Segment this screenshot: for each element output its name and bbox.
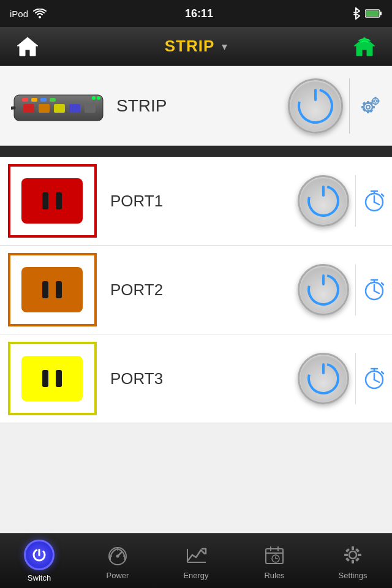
svg-rect-25 bbox=[362, 101, 366, 105]
nav-chevron: ▾ bbox=[222, 40, 227, 53]
svg-point-20 bbox=[366, 105, 370, 109]
tab-switch[interactable]: Switch bbox=[0, 533, 78, 589]
svg-rect-3 bbox=[366, 11, 379, 17]
svg-rect-31 bbox=[374, 97, 376, 99]
port3-timer-area[interactable] bbox=[355, 353, 392, 404]
port2-slot-right bbox=[56, 281, 62, 298]
svg-rect-34 bbox=[377, 100, 380, 102]
svg-rect-11 bbox=[50, 98, 56, 102]
tab-rules[interactable]: Rules bbox=[235, 533, 314, 589]
port1-timer-icon bbox=[362, 189, 386, 213]
svg-point-49 bbox=[349, 551, 356, 559]
svg-rect-44 bbox=[266, 549, 283, 564]
port1-icon-wrapper[interactable] bbox=[0, 158, 104, 244]
dark-separator bbox=[0, 146, 392, 157]
status-right bbox=[352, 7, 382, 20]
svg-rect-53 bbox=[358, 554, 361, 556]
port1-power-button[interactable] bbox=[298, 175, 349, 227]
port2-icon-wrapper[interactable] bbox=[0, 247, 104, 333]
svg-marker-4 bbox=[17, 37, 38, 56]
port1-slot-left bbox=[42, 192, 48, 209]
bluetooth-icon bbox=[352, 7, 360, 20]
tab-energy[interactable]: Energy bbox=[157, 533, 235, 589]
svg-rect-8 bbox=[22, 98, 28, 102]
svg-rect-52 bbox=[344, 554, 348, 556]
settings-tab-icon bbox=[340, 542, 366, 568]
home-left-icon bbox=[16, 36, 39, 57]
strip-name: STRIP bbox=[110, 96, 288, 116]
home-button-left[interactable] bbox=[12, 33, 43, 60]
home-right-icon bbox=[353, 36, 376, 57]
tab-power-label: Power bbox=[107, 571, 129, 580]
strip-image-area bbox=[6, 72, 110, 140]
port2-outlet bbox=[21, 267, 83, 312]
port3-slot-left bbox=[42, 370, 48, 387]
svg-rect-51 bbox=[352, 560, 354, 564]
port2-name: PORT2 bbox=[104, 281, 298, 300]
port1-slot-right bbox=[56, 192, 62, 209]
port3-power-button[interactable] bbox=[298, 353, 349, 404]
power-meter-icon bbox=[105, 543, 130, 567]
svg-rect-9 bbox=[31, 98, 37, 102]
port1-timer-area[interactable] bbox=[355, 175, 392, 227]
svg-rect-10 bbox=[40, 98, 47, 102]
wifi-icon bbox=[33, 9, 47, 18]
tab-settings[interactable]: Settings bbox=[314, 533, 392, 589]
strip-settings-area[interactable] bbox=[349, 78, 386, 134]
port1-name: PORT1 bbox=[104, 192, 298, 211]
tab-rules-label: Rules bbox=[264, 571, 284, 580]
svg-rect-15 bbox=[69, 104, 80, 113]
svg-marker-5 bbox=[354, 37, 375, 56]
port1-icon-box bbox=[8, 164, 97, 238]
svg-rect-50 bbox=[352, 546, 354, 550]
svg-rect-56 bbox=[345, 557, 350, 561]
nav-title: STRIP bbox=[165, 37, 215, 56]
svg-rect-39 bbox=[39, 549, 40, 556]
port2-power-button[interactable] bbox=[298, 264, 349, 315]
port2-timer-icon bbox=[362, 277, 386, 302]
svg-rect-23 bbox=[361, 106, 364, 108]
strip-row: STRIP bbox=[0, 66, 392, 146]
strip-power-button[interactable] bbox=[288, 78, 343, 134]
tab-switch-label: Switch bbox=[28, 573, 51, 582]
svg-rect-32 bbox=[374, 103, 376, 105]
svg-rect-33 bbox=[371, 100, 374, 102]
svg-rect-16 bbox=[85, 104, 96, 113]
settings-gear-icon bbox=[341, 543, 365, 567]
tab-power[interactable]: Power bbox=[78, 533, 157, 589]
port3-name: PORT3 bbox=[104, 369, 298, 388]
tab-settings-label: Settings bbox=[339, 571, 368, 580]
port-row-1: PORT1 bbox=[0, 157, 392, 246]
switch-tab-icon bbox=[24, 540, 55, 570]
svg-rect-24 bbox=[372, 106, 375, 108]
home-button-right[interactable] bbox=[349, 33, 380, 60]
svg-rect-12 bbox=[23, 104, 34, 113]
svg-point-18 bbox=[97, 96, 100, 100]
port2-icon-box bbox=[8, 253, 97, 326]
svg-rect-14 bbox=[54, 104, 65, 113]
port3-slot-right bbox=[56, 370, 62, 387]
switch-power-icon bbox=[31, 546, 48, 564]
port-row-2: PORT2 bbox=[0, 246, 392, 334]
port2-slot-left bbox=[42, 281, 48, 298]
power-tab-icon bbox=[105, 542, 130, 568]
svg-point-17 bbox=[92, 96, 96, 100]
svg-rect-54 bbox=[345, 548, 350, 552]
battery-icon bbox=[365, 9, 382, 18]
port3-icon-box bbox=[8, 342, 97, 415]
device-label: iPod bbox=[10, 9, 28, 19]
port3-timer-icon bbox=[362, 366, 386, 391]
svg-rect-21 bbox=[367, 101, 369, 104]
svg-point-41 bbox=[116, 554, 119, 557]
port-row-3: PORT3 bbox=[0, 334, 392, 423]
nav-title-area[interactable]: STRIP ▾ bbox=[165, 37, 228, 56]
port2-timer-area[interactable] bbox=[355, 264, 392, 315]
svg-rect-22 bbox=[367, 110, 369, 113]
port3-icon-wrapper[interactable] bbox=[0, 336, 104, 421]
port3-outlet bbox=[21, 356, 83, 401]
strip-device-image bbox=[11, 80, 106, 132]
energy-tab-icon bbox=[183, 542, 209, 568]
status-left: iPod bbox=[10, 9, 47, 19]
port1-outlet bbox=[21, 178, 83, 224]
rules-tab-icon bbox=[262, 542, 287, 568]
